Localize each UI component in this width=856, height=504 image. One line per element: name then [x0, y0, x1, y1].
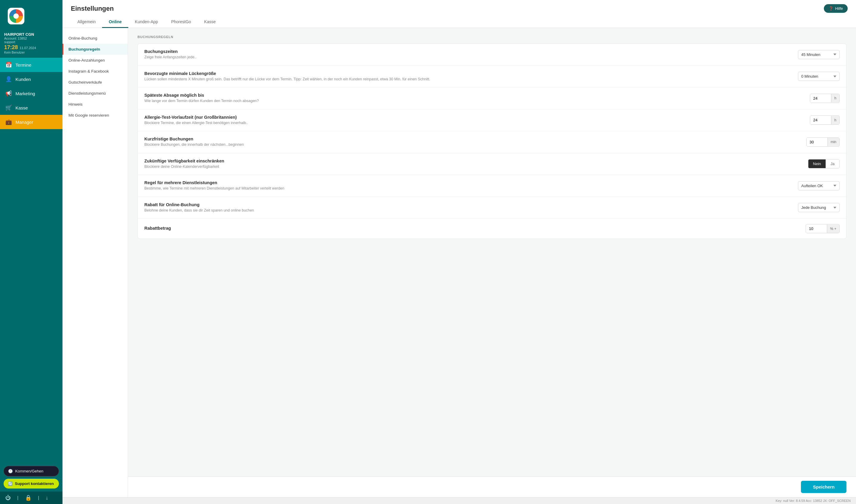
- lock-icon[interactable]: 🔒: [25, 494, 32, 501]
- settings-panel: BUCHUNGSREGELN Buchungszeiten Zeige frei…: [128, 28, 856, 476]
- power-icon[interactable]: ⏻: [5, 495, 11, 501]
- kunden-icon: 👤: [5, 76, 12, 83]
- tab-kasse[interactable]: Kasse: [198, 16, 222, 28]
- marketing-icon: 📢: [5, 90, 12, 97]
- sidebar-item-label: Kunden: [16, 77, 31, 82]
- page-title: Einstellungen: [71, 5, 114, 13]
- sidebar-item-label: Marketing: [16, 91, 35, 96]
- account-user: Kein Benutzer: [4, 51, 58, 54]
- setting-spateste-absage: Späteste Absage möglich bis Wie lange vo…: [138, 88, 846, 109]
- verfugbarkeit-toggle-group: Nein Ja: [808, 159, 840, 168]
- main-content: Einstellungen ❓ Hilfe Allgemein Online K…: [63, 0, 856, 504]
- setting-label: Kurzfristige Buchungen: [144, 137, 787, 141]
- download-icon[interactable]: ↓: [46, 495, 48, 501]
- setting-desc: Lücken sollen mindestens X Minuten groß …: [144, 77, 787, 82]
- spateste-absage-input-group: h: [810, 94, 840, 103]
- account-support: support: [4, 40, 58, 44]
- menu-gutscheinverkaufe[interactable]: Gutscheinverkäufe: [63, 77, 128, 88]
- allergie-test-unit: h: [831, 116, 839, 124]
- clock-icon: 🕐: [8, 469, 13, 473]
- rabattbetrag-unit: % +: [827, 224, 839, 233]
- tab-phorestgo[interactable]: PhorestGo: [165, 16, 198, 28]
- setting-desc: Zeige freie Anfangszeiten jede..: [144, 55, 787, 60]
- kurzfristige-unit: min: [827, 138, 839, 146]
- side-menu: Online-Buchung Buchungsregeln Online-Anz…: [63, 28, 128, 497]
- tab-allgemein[interactable]: Allgemein: [71, 16, 102, 28]
- sidebar-item-kasse[interactable]: 🛒 Kasse: [0, 101, 63, 115]
- account-info: HAIRPORT CGN Account: 13852 support 17:2…: [0, 30, 63, 58]
- menu-online-buchung[interactable]: Online-Buchung: [63, 33, 128, 44]
- verfugbarkeit-ja-btn[interactable]: Ja: [826, 160, 839, 168]
- help-icon: ❓: [828, 6, 833, 11]
- sidebar-item-label: Termine: [16, 62, 31, 68]
- kurzfristige-input[interactable]: [807, 138, 827, 146]
- topbar: Einstellungen ❓ Hilfe Allgemein Online K…: [63, 0, 856, 28]
- setting-desc: Wie lange vor dem Termin dürfen Kunden d…: [144, 98, 787, 104]
- kommen-gehen-button[interactable]: 🕐 Kommen/Gehen: [4, 466, 59, 476]
- setting-desc: Belohne deine Kunden, dass sie dir Zeit …: [144, 208, 787, 213]
- setting-buchungszeiten: Buchungszeiten Zeige freie Anfangszeiten…: [138, 44, 846, 66]
- sidebar-item-marketing[interactable]: 📢 Marketing: [0, 86, 63, 101]
- buchungszeiten-select[interactable]: 15 Minuten 30 Minuten 45 Minuten 60 Minu…: [798, 50, 840, 59]
- account-date: 11.07.2024: [20, 46, 36, 50]
- status-text: Key: null Ver: 8.4.59 Acc: 13852 JX: OFF…: [775, 499, 851, 503]
- termine-icon: 📅: [5, 61, 12, 68]
- menu-buchungsregeln[interactable]: Buchungsregeln: [63, 44, 128, 55]
- luckengrosse-select[interactable]: 0 Minuten 15 Minuten 30 Minuten 45 Minut…: [798, 72, 840, 81]
- rabattbetrag-input[interactable]: [806, 224, 827, 233]
- sidebar-item-manager[interactable]: 💼 Manager: [0, 115, 63, 129]
- menu-instagram-facebook[interactable]: Instagram & Facebook: [63, 66, 128, 77]
- menu-hinweis[interactable]: Hinweis: [63, 99, 128, 110]
- setting-label: Allergie-Test-Vorlaufzeit (nur Großbrita…: [144, 115, 787, 120]
- setting-rabattbetrag: Rabattbetrag % +: [138, 219, 846, 239]
- save-button[interactable]: Speichern: [801, 481, 846, 493]
- setting-label: Rabatt für Online-Buchung: [144, 202, 787, 207]
- sidebar-item-label: Manager: [16, 120, 33, 125]
- setting-label: Bevorzugte minimale Lückengröße: [144, 71, 787, 76]
- sidebar-item-termine[interactable]: 📅 Termine: [0, 58, 63, 72]
- setting-kurzfristige: Kurzfristige Buchungen Blockiere Buchung…: [138, 131, 846, 153]
- setting-label: Rabattbetrag: [144, 226, 787, 231]
- allergie-test-input[interactable]: [810, 116, 831, 124]
- tabs: Allgemein Online Kunden-App PhorestGo Ka…: [71, 16, 848, 28]
- support-icon: 🔄: [8, 481, 13, 486]
- manager-icon: 💼: [5, 119, 12, 125]
- section-title: BUCHUNGSREGELN: [138, 35, 846, 39]
- kasse-icon: 🛒: [5, 104, 12, 111]
- sidebar-nav: 📅 Termine 👤 Kunden 📢 Marketing 🛒 Kasse 💼…: [0, 58, 63, 463]
- support-button[interactable]: 🔄 Support kontaktieren: [4, 479, 59, 488]
- setting-luckengrosse: Bevorzugte minimale Lückengröße Lücken s…: [138, 66, 846, 88]
- setting-label: Buchungszeiten: [144, 49, 787, 54]
- setting-desc: Blockiere Termine, die einen Allergie-Te…: [144, 121, 787, 126]
- rabatt-online-select[interactable]: Jede Buchung Erste Buchung Keine: [798, 203, 840, 212]
- menu-online-anzahlungen[interactable]: Online-Anzahlungen: [63, 55, 128, 66]
- tab-kunden-app[interactable]: Kunden-App: [128, 16, 165, 28]
- setting-label: Zukünftige Verfügbarkeit einschränken: [144, 159, 787, 163]
- setting-desc: Blockiere deine Online-Kalenderverfügbar…: [144, 164, 787, 169]
- account-name: HAIRPORT CGN: [4, 32, 58, 37]
- setting-desc: Blockiere Buchungen, die innerhalb der n…: [144, 142, 787, 148]
- setting-desc: Bestimme, wie Termine mit mehreren Diens…: [144, 186, 787, 191]
- bottom-bar: Speichern: [128, 476, 856, 497]
- setting-rabatt-online: Rabatt für Online-Buchung Belohne deine …: [138, 197, 846, 219]
- tab-online[interactable]: Online: [102, 16, 128, 28]
- sidebar-item-label: Kasse: [16, 105, 28, 110]
- setting-label: Späteste Absage möglich bis: [144, 93, 787, 97]
- verfugbarkeit-nein-btn[interactable]: Nein: [808, 160, 826, 168]
- spateste-absage-input[interactable]: [810, 94, 831, 103]
- kurzfristige-input-group: min: [806, 138, 840, 147]
- setting-label: Regel für mehrere Dienstleistungen: [144, 180, 787, 185]
- mehrere-dienstleistungen-select[interactable]: Aufteilen OK Nicht aufteilen Immer aufte…: [798, 181, 840, 191]
- setting-allergie-test: Allergie-Test-Vorlaufzeit (nur Großbrita…: [138, 109, 846, 131]
- menu-mit-google[interactable]: Mit Google reservieren: [63, 110, 128, 121]
- status-bar: Key: null Ver: 8.4.59 Acc: 13852 JX: OFF…: [63, 497, 856, 504]
- sidebar-item-kunden[interactable]: 👤 Kunden: [0, 72, 63, 86]
- sidebar-footer: ⏻ | 🔒 | ↓: [0, 491, 63, 504]
- help-button[interactable]: ❓ Hilfe: [824, 4, 848, 13]
- setting-verfugbarkeit: Zukünftige Verfügbarkeit einschränken Bl…: [138, 153, 846, 175]
- menu-dienstleistungsmenu[interactable]: Dienstleistungsmenü: [63, 88, 128, 99]
- app-logo: [8, 8, 24, 24]
- setting-mehrere-dienstleistungen: Regel für mehrere Dienstleistungen Besti…: [138, 175, 846, 197]
- account-time: 17:28: [4, 44, 18, 51]
- rabattbetrag-input-group: % +: [806, 224, 840, 233]
